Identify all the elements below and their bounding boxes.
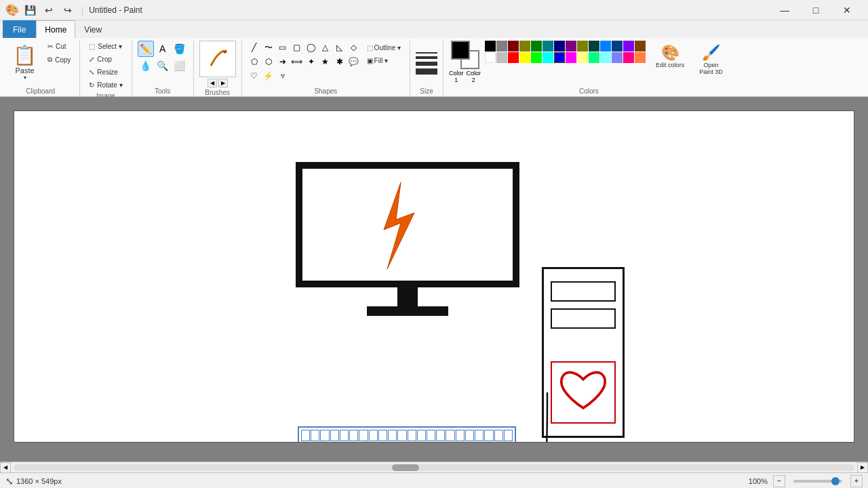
shape-heart[interactable]: ♡ (248, 69, 261, 81)
shape-curve[interactable]: 〜 (262, 41, 275, 54)
fill-tool[interactable]: 🪣 (172, 41, 188, 57)
zoom-slider-thumb[interactable] (831, 477, 840, 485)
redo-quick-btn[interactable]: ↪ (60, 0, 76, 20)
horizontal-scrollbar[interactable]: ◀ ▶ (0, 462, 868, 472)
size-line-4[interactable] (416, 68, 437, 75)
eraser-tool[interactable]: ⬜ (172, 58, 188, 74)
swatch-cyan[interactable] (542, 52, 553, 63)
color-picker-tool[interactable]: 💧 (138, 58, 154, 74)
shape-triangle[interactable]: △ (319, 41, 332, 54)
cut-button[interactable]: ✂ Cut (44, 41, 74, 52)
shape-diamond[interactable]: ◇ (347, 41, 361, 54)
paste-button[interactable]: 📋 Paste ▾ (7, 41, 43, 84)
rotate-button[interactable]: ↻ Rotate ▾ (85, 79, 125, 91)
scroll-right-btn[interactable]: ▶ (857, 462, 868, 473)
swatch-silver[interactable] (496, 52, 507, 63)
fill-dropdown[interactable]: ▣ Fill ▾ (363, 55, 404, 66)
shape-arrow-right[interactable]: ➔ (276, 55, 290, 68)
image-group-content: ⬚ Select ▾ ⤢ Crop ⤡ Resize ↻ Rotate ▾ (85, 41, 125, 91)
swatch-teal[interactable] (542, 41, 553, 52)
minimize-btn[interactable]: — (769, 0, 800, 20)
magnifier-tool[interactable]: 🔍 (155, 58, 171, 74)
shape-star6[interactable]: ✱ (333, 55, 347, 68)
edit-colors-button[interactable]: 🎨 Edit colors (650, 41, 690, 79)
status-bar-right: 100% − + (749, 475, 863, 487)
zoom-slider-container[interactable] (791, 480, 845, 483)
outline-dropdown[interactable]: ⬚ Outline ▾ (363, 42, 404, 54)
pencil-tool[interactable]: ✏️ (138, 41, 154, 57)
shapes-group: ╱ 〜 ▭ ▢ ◯ △ ◺ ◇ ⬠ ⬡ ➔ ⟺ ✦ ★ (242, 41, 410, 96)
swatch-periwinkle[interactable] (612, 52, 623, 63)
swatch-lightyellow[interactable] (577, 52, 588, 63)
select-button[interactable]: ⬚ Select ▾ (85, 41, 125, 52)
main-canvas[interactable]: // Generate 110 key divs for(let i=0;i<1… (14, 110, 854, 443)
copy-button[interactable]: ⧉ Copy (44, 54, 74, 66)
swatch-darkred[interactable] (508, 41, 519, 52)
shape-star5[interactable]: ★ (319, 55, 332, 68)
resize-button[interactable]: ⤡ Resize (85, 66, 121, 78)
shape-lightning[interactable]: ⚡ (262, 69, 275, 81)
tab-view[interactable]: View (75, 20, 111, 38)
shape-arrow-all[interactable]: ⟺ (290, 55, 304, 68)
select-label: Select ▾ (98, 43, 122, 50)
color1-swatch[interactable] (451, 41, 470, 60)
tab-file[interactable]: File (3, 20, 36, 38)
swatch-orange[interactable] (635, 52, 646, 63)
shape-hexagon[interactable]: ⬡ (262, 55, 275, 68)
shape-call-bubble[interactable]: 💬 (347, 55, 361, 68)
crop-label: Crop (97, 56, 112, 63)
shape-ellipse[interactable]: ◯ (304, 41, 318, 54)
swatch-red[interactable] (508, 52, 519, 63)
undo-quick-btn[interactable]: ↩ (41, 0, 57, 20)
swatch-magenta[interactable] (566, 52, 576, 63)
swatch-lightcyan[interactable] (600, 52, 611, 63)
swatch-violet[interactable] (623, 41, 634, 52)
shape-star4[interactable]: ✦ (304, 55, 318, 68)
swatch-navy[interactable] (554, 41, 565, 52)
size-line-1[interactable] (416, 52, 437, 54)
color2-label: Color2 (467, 70, 481, 83)
swatch-mint[interactable] (589, 52, 599, 63)
shape-line[interactable]: ╱ (248, 41, 261, 54)
scroll-left-btn[interactable]: ◀ (0, 462, 11, 473)
swatch-black[interactable] (485, 41, 496, 52)
swatch-blue-selected[interactable] (554, 52, 565, 63)
canvas-scroll-area[interactable]: // Generate 110 key divs for(let i=0;i<1… (0, 97, 868, 462)
shape-right-triangle[interactable]: ◺ (333, 41, 347, 54)
brushes-next[interactable]: ▶ (218, 79, 228, 87)
close-btn[interactable]: ✕ (831, 0, 863, 20)
swatch-lime[interactable] (531, 52, 542, 63)
shape-round-rect[interactable]: ▢ (290, 41, 304, 54)
size-line-3[interactable] (416, 62, 437, 66)
brushes-prev[interactable]: ◀ (208, 79, 217, 87)
swatch-olive2[interactable] (577, 41, 588, 52)
shape-pentagon[interactable]: ⬠ (248, 55, 261, 68)
swatch-brown[interactable] (635, 41, 646, 52)
shape-more[interactable]: ▿ (276, 69, 290, 81)
swatch-darkgreen[interactable] (531, 41, 542, 52)
shapes-grid: ╱ 〜 ▭ ▢ ◯ △ ◺ ◇ ⬠ ⬡ ➔ ⟺ ✦ ★ (248, 41, 361, 81)
swatch-purple[interactable] (566, 41, 576, 52)
swatch-white[interactable] (485, 52, 496, 63)
shape-rect[interactable]: ▭ (276, 41, 290, 54)
tab-home[interactable]: Home (36, 20, 75, 39)
maximize-btn[interactable]: □ (800, 0, 831, 20)
zoom-in-btn[interactable]: + (850, 475, 863, 487)
size-line-2[interactable] (416, 56, 437, 59)
swatch-blue2[interactable] (600, 41, 611, 52)
swatch-gray[interactable] (496, 41, 507, 52)
swatch-darkTeal[interactable] (589, 41, 599, 52)
swatch-olive[interactable] (519, 41, 530, 52)
open-paint3d-button[interactable]: 🖌️ OpenPaint 3D (693, 41, 729, 79)
swatch-yellow[interactable] (519, 52, 530, 63)
text-tool[interactable]: A (155, 41, 171, 57)
crop-button[interactable]: ⤢ Crop (85, 54, 115, 65)
zoom-out-btn[interactable]: − (773, 475, 785, 487)
key (456, 442, 465, 443)
swatch-darkblue[interactable] (612, 41, 623, 52)
scrollbar-track (14, 464, 854, 471)
brushes-selector[interactable]: ◀ ▶ (199, 41, 236, 87)
swatch-hotpink[interactable] (623, 52, 634, 63)
scrollbar-thumb[interactable] (392, 464, 419, 471)
save-quick-btn[interactable]: 💾 (22, 0, 38, 20)
